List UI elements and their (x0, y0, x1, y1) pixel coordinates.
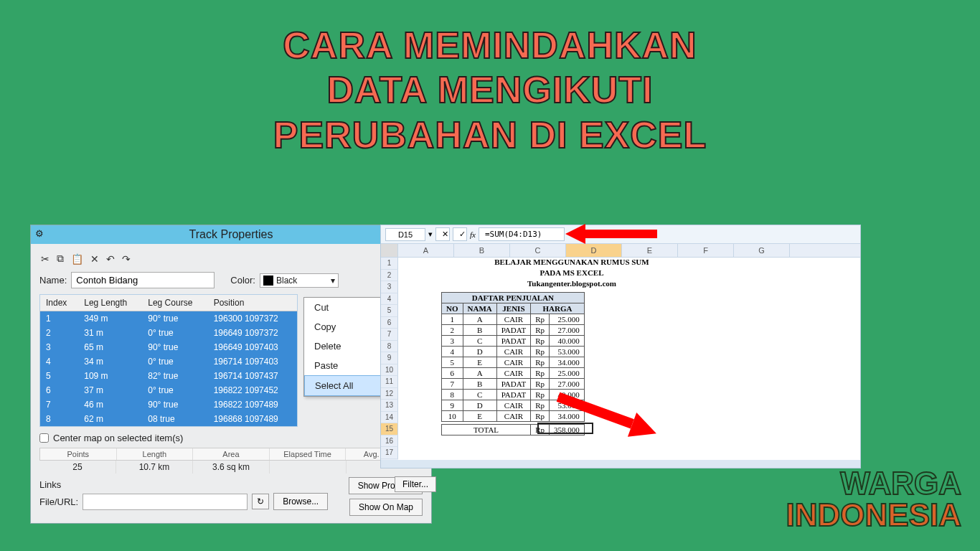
centermap-checkbox[interactable] (39, 433, 49, 443)
col-C[interactable]: C (510, 244, 566, 257)
headline: CARA MEMINDAHKAN DATA MENGIKUTI PERUBAHA… (0, 0, 980, 157)
row-header[interactable]: 9 (381, 352, 398, 364)
col-index[interactable]: Index (40, 295, 79, 311)
col-leglength[interactable]: Leg Length (78, 295, 142, 311)
stat-area-v: 3.6 sq km (193, 461, 270, 474)
table-row[interactable]: 1349 m90° true196300 1097372 (40, 311, 298, 326)
row-headers: 1234567891011121314151617 (381, 258, 398, 460)
red-arrow-1 (565, 224, 585, 244)
color-label: Color: (230, 275, 255, 286)
table-row: 4DCAIRRp53.000 (442, 347, 585, 357)
cut-icon[interactable]: ✂ (41, 253, 50, 265)
delete-icon[interactable]: ✕ (90, 253, 99, 265)
col-E[interactable]: E (622, 244, 678, 257)
row-header[interactable]: 5 (381, 305, 398, 317)
row-header[interactable]: 4 (381, 293, 398, 306)
table-row: 6ACAIRRp25.000 (442, 368, 585, 379)
col-legcourse[interactable]: Leg Course (142, 295, 207, 311)
selected-cell-outline (537, 423, 593, 434)
table-row[interactable]: 862 m08 true196868 1097489 (40, 412, 298, 427)
window-title: Track Properties (189, 228, 273, 240)
table-row: 3CPADATRp40.000 (442, 336, 585, 347)
row-header[interactable]: 16 (381, 435, 398, 448)
cancel-icon[interactable]: ✕ (435, 227, 450, 241)
col-B[interactable]: B (454, 244, 510, 257)
formula-input[interactable]: =SUM(D4:D13) (479, 227, 565, 241)
sheet-title-3: Tukangenter.blogspot.com (398, 279, 745, 288)
table-row: 7BPADATRp27.000 (442, 379, 585, 390)
gear-icon: ⚙ (35, 228, 44, 239)
col-F[interactable]: F (678, 244, 734, 257)
stat-length-h: Length (117, 448, 194, 460)
stat-elapsed-v (270, 461, 347, 474)
show-on-map-button[interactable]: Show On Map (349, 499, 423, 516)
track-table[interactable]: Index Leg Length Leg Course Position 134… (39, 294, 298, 427)
copy-icon[interactable]: ⧉ (57, 253, 64, 265)
table-row[interactable]: 231 m0° true196649 1097372 (40, 326, 298, 340)
stat-points-h: Points (40, 448, 117, 460)
table-row[interactable]: 5109 m82° true196714 1097437 (40, 369, 298, 383)
fileurl-label: File/URL: (39, 496, 78, 507)
accept-icon[interactable]: ✓ (453, 227, 467, 241)
table-row: 1ACAIRRp25.000 (442, 314, 585, 325)
table-row[interactable]: 746 m90° true196822 1097489 (40, 397, 298, 412)
filter-button[interactable]: Filter... (395, 476, 436, 492)
th-nama: NAMA (463, 303, 496, 314)
row-header[interactable]: 17 (381, 447, 398, 459)
row-header[interactable]: 2 (381, 270, 398, 282)
stat-points-v: 25 (39, 461, 116, 474)
row-header[interactable]: 8 (381, 341, 398, 353)
spreadsheet-grid[interactable]: BELAJAR MENGGUNAKAN RUMUS SUM PADA MS EX… (398, 258, 860, 460)
th-no: NO (442, 303, 463, 314)
headline-l1: CARA MEMINDAHKAN (0, 23, 980, 67)
row-header[interactable]: 13 (381, 400, 398, 412)
watermark-l1: WARGA (786, 468, 961, 499)
watermark-l2: INDONESIA (786, 499, 961, 531)
watermark: WARGA INDONESIA (786, 468, 961, 531)
select-all-corner[interactable] (381, 244, 398, 257)
track-properties-window: ⚙ Track Properties ✂ ⧉ 📋 ✕ ↶ ↷ Name: Col… (30, 225, 432, 524)
row-header[interactable]: 3 (381, 281, 398, 293)
browse-button[interactable]: Browse... (273, 493, 328, 510)
toolbar: ✂ ⧉ 📋 ✕ ↶ ↷ (39, 250, 423, 272)
sales-table-title: DAFTAR PENJUALAN (442, 293, 585, 303)
name-input[interactable] (71, 272, 215, 288)
table-row[interactable]: 434 m0° true196714 1097403 (40, 354, 298, 369)
color-select[interactable]: Black ▾ (260, 273, 339, 288)
row-header[interactable]: 12 (381, 388, 398, 400)
sheet-title-2: PADA MS EXCEL (398, 268, 745, 277)
row-header[interactable]: 11 (381, 376, 398, 388)
undo-icon[interactable]: ↶ (106, 253, 115, 265)
col-position[interactable]: Position (208, 295, 298, 311)
stats-values: 25 10.7 km 3.6 sq km (39, 461, 423, 474)
row-header[interactable]: 6 (381, 317, 398, 329)
table-row[interactable]: 637 m0° true196822 1097452 (40, 383, 298, 397)
col-G[interactable]: G (734, 244, 790, 257)
excel-window: D15 ▾ ✕ ✓ fx =SUM(D4:D13) A B C D E F G … (380, 225, 861, 468)
th-harga: HARGA (531, 303, 585, 314)
row-header[interactable]: 7 (381, 329, 398, 341)
headline-l2: DATA MENGIKUTI (0, 67, 980, 112)
col-D[interactable]: D (566, 244, 622, 257)
table-row[interactable]: 365 m90° true196649 1097403 (40, 340, 298, 354)
fileurl-input[interactable] (83, 494, 248, 510)
row-header[interactable]: 10 (381, 364, 398, 377)
redo-icon[interactable]: ↷ (122, 253, 131, 265)
row-header[interactable]: 15 (381, 423, 398, 435)
paste-icon[interactable]: 📋 (71, 253, 83, 265)
chevron-down-icon[interactable]: ▾ (428, 230, 433, 239)
stats-headers: Points Length Area Elapsed Time Avg. Spe… (39, 448, 423, 461)
headline-l3: PERUBAHAN DI EXCEL (0, 113, 980, 157)
table-row: 2BPADATRp27.000 (442, 325, 585, 336)
row-header[interactable]: 14 (381, 412, 398, 424)
table-row: 5ECAIRRp34.000 (442, 357, 585, 368)
fx-icon[interactable]: fx (470, 230, 476, 239)
col-A[interactable]: A (398, 244, 454, 257)
color-swatch (263, 276, 273, 286)
window-titlebar[interactable]: ⚙ Track Properties (31, 225, 431, 244)
row-header[interactable]: 1 (381, 258, 398, 270)
th-jenis: JENIS (496, 303, 530, 314)
chevron-down-icon: ▾ (331, 276, 335, 286)
go-button[interactable]: ↻ (252, 494, 269, 509)
name-box[interactable]: D15 (385, 228, 425, 241)
